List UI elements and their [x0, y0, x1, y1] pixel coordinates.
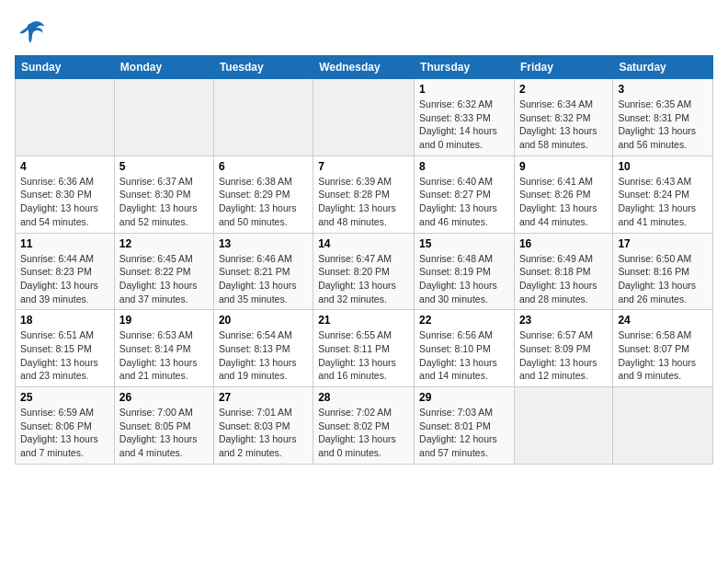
day-info: Sunrise: 7:00 AMSunset: 8:05 PMDaylight:…: [119, 406, 209, 460]
column-header-thursday: Thursday: [415, 56, 515, 79]
calendar-week-3: 11Sunrise: 6:44 AMSunset: 8:23 PMDayligh…: [16, 233, 713, 310]
calendar-cell: 20Sunrise: 6:54 AMSunset: 8:13 PMDayligh…: [213, 310, 313, 387]
calendar-week-2: 4Sunrise: 6:36 AMSunset: 8:30 PMDaylight…: [16, 155, 713, 233]
day-info: Sunrise: 6:56 AMSunset: 8:10 PMDaylight:…: [419, 328, 509, 383]
calendar-cell: 21Sunrise: 6:55 AMSunset: 8:11 PMDayligh…: [313, 310, 415, 387]
day-number: 9: [519, 160, 608, 173]
day-info: Sunrise: 6:45 AMSunset: 8:22 PMDaylight:…: [119, 252, 209, 306]
calendar-cell: 14Sunrise: 6:47 AMSunset: 8:20 PMDayligh…: [313, 233, 415, 310]
day-number: 17: [618, 237, 708, 250]
calendar-cell: 27Sunrise: 7:01 AMSunset: 8:03 PMDayligh…: [213, 387, 313, 465]
day-info: Sunrise: 6:41 AMSunset: 8:26 PMDaylight:…: [519, 175, 608, 229]
calendar-cell: 24Sunrise: 6:58 AMSunset: 8:07 PMDayligh…: [613, 310, 713, 387]
day-number: 20: [219, 314, 308, 327]
calendar-cell: [213, 79, 313, 156]
calendar-header-row: SundayMondayTuesdayWednesdayThursdayFrid…: [16, 56, 713, 79]
calendar-cell: 12Sunrise: 6:45 AMSunset: 8:22 PMDayligh…: [114, 233, 213, 310]
day-number: 6: [219, 160, 308, 173]
day-info: Sunrise: 7:03 AMSunset: 8:01 PMDaylight:…: [419, 406, 509, 460]
day-number: 3: [618, 83, 708, 96]
day-info: Sunrise: 6:37 AMSunset: 8:30 PMDaylight:…: [119, 175, 209, 229]
day-info: Sunrise: 6:58 AMSunset: 8:07 PMDaylight:…: [618, 328, 708, 383]
day-number: 18: [20, 314, 109, 327]
day-number: 5: [119, 160, 209, 173]
day-number: 24: [618, 314, 708, 327]
calendar-cell: [114, 79, 213, 156]
day-number: 16: [519, 237, 608, 250]
day-info: Sunrise: 6:32 AMSunset: 8:33 PMDaylight:…: [419, 98, 509, 152]
column-header-friday: Friday: [514, 56, 612, 79]
day-number: 12: [119, 237, 209, 250]
day-info: Sunrise: 6:49 AMSunset: 8:18 PMDaylight:…: [519, 252, 608, 306]
day-number: 25: [20, 391, 109, 404]
calendar-cell: [16, 79, 115, 156]
calendar-cell: 7Sunrise: 6:39 AMSunset: 8:28 PMDaylight…: [313, 155, 415, 233]
column-header-sunday: Sunday: [16, 56, 115, 79]
calendar-week-5: 25Sunrise: 6:59 AMSunset: 8:06 PMDayligh…: [16, 387, 713, 465]
day-info: Sunrise: 6:59 AMSunset: 8:06 PMDaylight:…: [20, 406, 109, 460]
day-number: 15: [419, 237, 509, 250]
day-number: 27: [219, 391, 308, 404]
day-info: Sunrise: 6:53 AMSunset: 8:14 PMDaylight:…: [119, 328, 209, 383]
day-number: 29: [419, 391, 509, 404]
day-info: Sunrise: 6:46 AMSunset: 8:21 PMDaylight:…: [219, 252, 308, 306]
day-number: 23: [519, 314, 608, 327]
day-number: 7: [318, 160, 409, 173]
logo: [15, 15, 50, 48]
day-info: Sunrise: 6:36 AMSunset: 8:30 PMDaylight:…: [20, 175, 109, 229]
calendar-cell: 5Sunrise: 6:37 AMSunset: 8:30 PMDaylight…: [114, 155, 213, 233]
day-number: 4: [20, 160, 109, 173]
calendar-cell: 15Sunrise: 6:48 AMSunset: 8:19 PMDayligh…: [415, 233, 515, 310]
day-number: 28: [318, 391, 409, 404]
column-header-monday: Monday: [114, 56, 213, 79]
calendar-cell: 26Sunrise: 7:00 AMSunset: 8:05 PMDayligh…: [114, 387, 213, 465]
calendar-cell: [514, 387, 612, 465]
day-info: Sunrise: 6:34 AMSunset: 8:32 PMDaylight:…: [519, 98, 608, 152]
calendar-cell: 6Sunrise: 6:38 AMSunset: 8:29 PMDaylight…: [213, 155, 313, 233]
calendar-cell: 2Sunrise: 6:34 AMSunset: 8:32 PMDaylight…: [514, 79, 612, 156]
day-info: Sunrise: 6:47 AMSunset: 8:20 PMDaylight:…: [318, 252, 409, 306]
day-number: 19: [119, 314, 209, 327]
calendar-cell: 16Sunrise: 6:49 AMSunset: 8:18 PMDayligh…: [514, 233, 612, 310]
calendar-cell: 25Sunrise: 6:59 AMSunset: 8:06 PMDayligh…: [16, 387, 115, 465]
calendar-cell: 10Sunrise: 6:43 AMSunset: 8:24 PMDayligh…: [613, 155, 713, 233]
day-info: Sunrise: 6:40 AMSunset: 8:27 PMDaylight:…: [419, 175, 509, 229]
calendar-cell: 1Sunrise: 6:32 AMSunset: 8:33 PMDaylight…: [415, 79, 515, 156]
day-info: Sunrise: 7:02 AMSunset: 8:02 PMDaylight:…: [318, 406, 409, 460]
day-number: 22: [419, 314, 509, 327]
logo-bird-icon: [15, 15, 48, 48]
day-info: Sunrise: 6:51 AMSunset: 8:15 PMDaylight:…: [20, 328, 109, 383]
day-number: 21: [318, 314, 409, 327]
calendar-cell: 18Sunrise: 6:51 AMSunset: 8:15 PMDayligh…: [16, 310, 115, 387]
day-info: Sunrise: 6:54 AMSunset: 8:13 PMDaylight:…: [219, 328, 308, 383]
calendar-cell: 8Sunrise: 6:40 AMSunset: 8:27 PMDaylight…: [415, 155, 515, 233]
day-number: 14: [318, 237, 409, 250]
calendar-table: SundayMondayTuesdayWednesdayThursdayFrid…: [15, 55, 713, 465]
calendar-cell: 19Sunrise: 6:53 AMSunset: 8:14 PMDayligh…: [114, 310, 213, 387]
calendar-cell: [613, 387, 713, 465]
day-number: 13: [219, 237, 308, 250]
day-number: 1: [419, 83, 509, 96]
day-info: Sunrise: 6:57 AMSunset: 8:09 PMDaylight:…: [519, 328, 608, 383]
day-number: 10: [618, 160, 708, 173]
calendar-cell: 3Sunrise: 6:35 AMSunset: 8:31 PMDaylight…: [613, 79, 713, 156]
day-info: Sunrise: 6:43 AMSunset: 8:24 PMDaylight:…: [618, 175, 708, 229]
column-header-wednesday: Wednesday: [313, 56, 415, 79]
calendar-cell: [313, 79, 415, 156]
day-info: Sunrise: 6:48 AMSunset: 8:19 PMDaylight:…: [419, 252, 509, 306]
day-number: 11: [20, 237, 109, 250]
calendar-cell: 13Sunrise: 6:46 AMSunset: 8:21 PMDayligh…: [213, 233, 313, 310]
calendar-cell: 28Sunrise: 7:02 AMSunset: 8:02 PMDayligh…: [313, 387, 415, 465]
column-header-tuesday: Tuesday: [213, 56, 313, 79]
calendar-cell: 29Sunrise: 7:03 AMSunset: 8:01 PMDayligh…: [415, 387, 515, 465]
day-info: Sunrise: 6:44 AMSunset: 8:23 PMDaylight:…: [20, 252, 109, 306]
day-info: Sunrise: 6:50 AMSunset: 8:16 PMDaylight:…: [618, 252, 708, 306]
calendar-cell: 17Sunrise: 6:50 AMSunset: 8:16 PMDayligh…: [613, 233, 713, 310]
day-info: Sunrise: 6:55 AMSunset: 8:11 PMDaylight:…: [318, 328, 409, 383]
calendar-cell: 11Sunrise: 6:44 AMSunset: 8:23 PMDayligh…: [16, 233, 115, 310]
day-number: 8: [419, 160, 509, 173]
calendar-week-1: 1Sunrise: 6:32 AMSunset: 8:33 PMDaylight…: [16, 79, 713, 156]
calendar-cell: 4Sunrise: 6:36 AMSunset: 8:30 PMDaylight…: [16, 155, 115, 233]
calendar-cell: 23Sunrise: 6:57 AMSunset: 8:09 PMDayligh…: [514, 310, 612, 387]
calendar-cell: 22Sunrise: 6:56 AMSunset: 8:10 PMDayligh…: [415, 310, 515, 387]
